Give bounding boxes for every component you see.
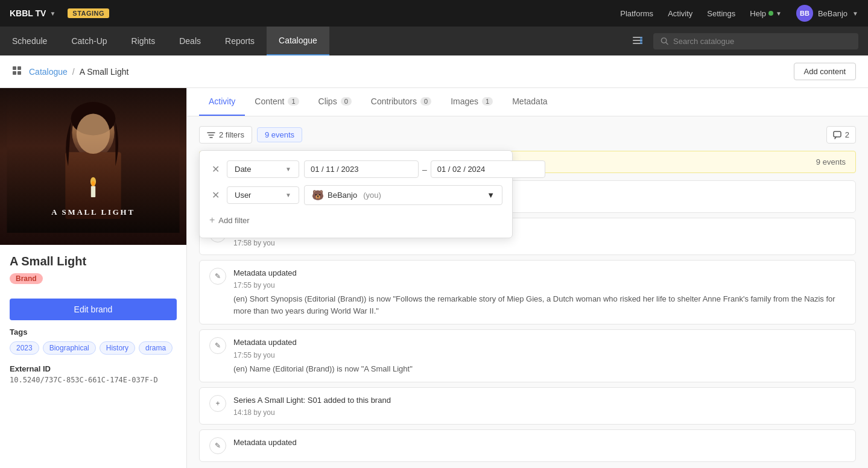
comments-icon bbox=[833, 131, 841, 139]
event-body-meta3: Metadata updated bbox=[233, 437, 846, 451]
tag-history[interactable]: History bbox=[100, 341, 135, 355]
nav-catalogue[interactable]: Catalogue bbox=[267, 27, 329, 55]
user-dropdown-arrow: ▼ bbox=[852, 10, 858, 17]
event-time-image: 17:58 by you bbox=[233, 239, 846, 247]
filter-icon bbox=[207, 131, 215, 139]
tab-images[interactable]: Images 1 bbox=[441, 88, 502, 116]
nav-settings[interactable]: Settings bbox=[707, 9, 735, 18]
date-filter-select[interactable]: Date ▼ bbox=[227, 160, 299, 178]
show-title: A Small Light bbox=[10, 255, 177, 268]
edit-brand-button[interactable]: Edit brand bbox=[10, 299, 177, 320]
filters-button[interactable]: 2 filters bbox=[199, 126, 252, 144]
filter-panel: ✕ Date ▼ – ✕ bbox=[199, 150, 513, 238]
date-separator: – bbox=[422, 165, 427, 174]
tab-contributors[interactable]: Contributors 0 bbox=[361, 88, 441, 116]
add-content-button[interactable]: Add content bbox=[794, 63, 856, 80]
brand-dropdown-arrow: ▼ bbox=[49, 10, 55, 17]
user-info[interactable]: BB BeBanjo ▼ bbox=[796, 5, 858, 22]
title-section: A Small Light Brand bbox=[10, 255, 177, 284]
svg-point-16 bbox=[92, 181, 95, 186]
date-select-arrow: ▼ bbox=[285, 166, 291, 172]
search-box[interactable] bbox=[653, 33, 858, 49]
tab-metadata[interactable]: Metadata bbox=[502, 88, 557, 116]
breadcrumb-root[interactable]: Catalogue bbox=[29, 67, 68, 77]
tag-biographical[interactable]: Biographical bbox=[43, 341, 96, 355]
event-time-meta2: 17:55 by you bbox=[233, 351, 846, 359]
tag-2023[interactable]: 2023 bbox=[10, 341, 39, 355]
poster-svg: A SMALL LIGHT bbox=[0, 88, 186, 233]
tags-section: Tags 2023 Biographical History drama bbox=[10, 327, 177, 355]
add-filter-plus: + bbox=[209, 215, 215, 226]
user-select-arrow: ▼ bbox=[285, 192, 291, 198]
search-input[interactable] bbox=[673, 37, 851, 46]
secondary-nav: Schedule Catch-Up Rights Deals Reports C… bbox=[0, 27, 868, 55]
activity-area: 2 filters 9 events 2 ✕ bbox=[187, 116, 868, 468]
env-badge: STAGING bbox=[68, 8, 109, 18]
nav-deals[interactable]: Deals bbox=[167, 27, 213, 55]
event-body-meta1: Metadata updated 17:55 by you (en) Short… bbox=[233, 268, 846, 317]
poster-container: A SMALL LIGHT bbox=[0, 88, 186, 245]
date-range: – bbox=[304, 160, 545, 178]
filter-bar: 2 filters 9 events 2 ✕ bbox=[199, 126, 856, 144]
svg-point-14 bbox=[77, 113, 110, 153]
breadcrumb: Catalogue / A Small Light bbox=[12, 66, 128, 77]
filter-left: 2 filters 9 events bbox=[199, 126, 302, 144]
event-icon-meta3: ✎ bbox=[209, 437, 226, 454]
event-icon-meta1: ✎ bbox=[209, 268, 226, 285]
tab-content[interactable]: Content 1 bbox=[245, 88, 308, 116]
user-emoji: 🐻 bbox=[312, 189, 324, 201]
svg-rect-19 bbox=[834, 131, 841, 137]
user-filter-select[interactable]: User ▼ bbox=[227, 186, 299, 204]
date-filter-close[interactable]: ✕ bbox=[209, 162, 222, 176]
event-body-series: Series A Small Light: S01 added to this … bbox=[233, 395, 846, 417]
right-content: Activity Content 1 Clips 0 Contributors … bbox=[187, 88, 868, 468]
event-icon-series: + bbox=[209, 395, 226, 412]
tags-label: Tags bbox=[10, 327, 177, 337]
top-nav-right: Platforms Activity Settings Help ▼ BB Be… bbox=[620, 5, 858, 22]
nav-activity[interactable]: Activity bbox=[668, 9, 692, 18]
sidebar-toggle-icon[interactable] bbox=[627, 34, 648, 48]
sidebar-content: A Small Light Brand Edit brand Tags 2023… bbox=[0, 245, 186, 394]
search-area bbox=[627, 33, 868, 49]
add-filter-button[interactable]: + Add filter bbox=[209, 212, 502, 228]
external-id-value: 10.5240/737C-853C-661C-174E-037F-D bbox=[10, 376, 177, 384]
svg-rect-7 bbox=[17, 66, 21, 70]
help-dropdown-arrow: ▼ bbox=[776, 10, 782, 17]
nav-rights[interactable]: Rights bbox=[119, 27, 168, 55]
user-filter-close[interactable]: ✕ bbox=[209, 188, 222, 202]
breadcrumb-separator: / bbox=[72, 67, 75, 77]
user-value-arrow: ▼ bbox=[487, 191, 495, 200]
event-item-meta3: ✎ Metadata updated bbox=[199, 429, 856, 462]
date-to-input[interactable] bbox=[431, 160, 545, 178]
help-status-dot bbox=[768, 11, 773, 16]
brand-badge: Brand bbox=[10, 273, 43, 284]
breadcrumb-current: A Small Light bbox=[80, 67, 129, 77]
tag-drama[interactable]: drama bbox=[139, 341, 173, 355]
nav-schedule[interactable]: Schedule bbox=[0, 27, 59, 55]
nav-reports[interactable]: Reports bbox=[213, 27, 267, 55]
svg-rect-6 bbox=[13, 66, 16, 70]
nav-catchup[interactable]: Catch-Up bbox=[59, 27, 119, 55]
user-name: BeBanjo bbox=[818, 9, 847, 18]
event-time-meta1: 17:55 by you bbox=[233, 281, 846, 289]
tab-clips[interactable]: Clips 0 bbox=[309, 88, 361, 116]
brand-logo[interactable]: KBBL TV ▼ bbox=[10, 8, 55, 18]
svg-rect-9 bbox=[17, 71, 21, 75]
left-sidebar: A SMALL LIGHT A Small Light Brand Edit b… bbox=[0, 88, 187, 468]
event-icon-meta2: ✎ bbox=[209, 337, 226, 354]
brand-name: KBBL TV bbox=[10, 8, 46, 18]
grid-icon bbox=[12, 66, 22, 77]
user-filter-row: ✕ User ▼ 🐻 BeBanjo (you) ▼ bbox=[209, 185, 502, 205]
nav-platforms[interactable]: Platforms bbox=[620, 9, 653, 18]
date-from-input[interactable] bbox=[304, 160, 419, 178]
comments-button[interactable]: 2 bbox=[826, 126, 856, 144]
event-title-meta3: Metadata updated bbox=[233, 437, 846, 448]
user-value-select[interactable]: 🐻 BeBanjo (you) ▼ bbox=[304, 185, 502, 205]
nav-help[interactable]: Help ▼ bbox=[750, 9, 782, 18]
svg-text:A SMALL LIGHT: A SMALL LIGHT bbox=[51, 207, 135, 217]
event-body-meta2: Metadata updated 17:55 by you (en) Name … bbox=[233, 337, 846, 375]
svg-rect-3 bbox=[640, 37, 642, 44]
event-item-meta1: ✎ Metadata updated 17:55 by you (en) Sho… bbox=[199, 260, 856, 324]
breadcrumb-bar: Catalogue / A Small Light Add content bbox=[0, 55, 868, 88]
tab-activity[interactable]: Activity bbox=[199, 88, 245, 116]
